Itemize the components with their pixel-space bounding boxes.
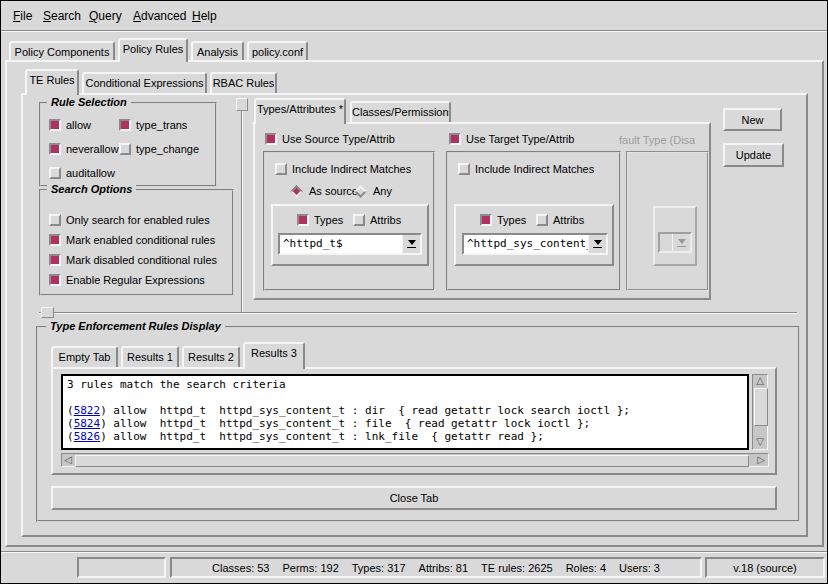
- menu-query[interactable]: Query: [89, 9, 122, 23]
- tab-conditional-expressions[interactable]: Conditional Expressions: [82, 72, 207, 93]
- tab-policy-components[interactable]: Policy Components: [9, 41, 115, 60]
- checkbox-type-change[interactable]: type_change: [119, 142, 199, 156]
- tab-policy-conf[interactable]: policy.conf: [247, 41, 308, 60]
- checkbox-type-trans[interactable]: type_trans: [119, 118, 187, 132]
- checkbox-auditallow[interactable]: auditallow: [49, 166, 115, 180]
- checkbox-target-attribs[interactable]: Attribs: [536, 213, 584, 227]
- checkbox-target-indirect[interactable]: Include Indirect Matches: [458, 162, 594, 176]
- checkbox-indicator: [480, 214, 492, 226]
- rule-number-link[interactable]: 5824: [74, 417, 101, 430]
- new-button[interactable]: New: [723, 108, 782, 131]
- te-rules-display-title: Type Enforcement Rules Display: [46, 320, 225, 332]
- update-button[interactable]: Update: [723, 143, 784, 167]
- radio-indicator: [354, 185, 367, 198]
- status-cell-empty: [77, 557, 166, 578]
- stat-te-rules: TE rules: 2625: [481, 562, 553, 574]
- scroll-down-icon[interactable]: ▽: [754, 436, 766, 448]
- dropdown-arrow-icon[interactable]: [588, 235, 606, 253]
- checkbox-indicator: [275, 163, 287, 175]
- rule-text: allow httpd_t httpd_sys_content_t : file…: [107, 417, 590, 430]
- radio-label: Any: [373, 185, 392, 197]
- scrollbar-thumb[interactable]: [75, 455, 749, 467]
- checkbox-label: Attribs: [553, 214, 584, 226]
- checkbox-indicator: [536, 214, 548, 226]
- close-tab-button[interactable]: Close Tab: [51, 486, 777, 510]
- checkbox-neverallow[interactable]: neverallow: [49, 142, 119, 156]
- checkbox-only-enabled[interactable]: Only search for enabled rules: [49, 213, 210, 227]
- checkbox-enable-regex[interactable]: Enable Regular Expressions: [49, 273, 205, 287]
- menu-help[interactable]: Help: [192, 9, 217, 23]
- checkbox-label: type_trans: [136, 119, 187, 131]
- rule-line: (5822) allow httpd_t httpd_sys_content_t…: [67, 404, 743, 417]
- checkbox-label: Attribs: [370, 214, 401, 226]
- tab-empty-tab[interactable]: Empty Tab: [51, 346, 118, 367]
- checkbox-label: Enable Regular Expressions: [66, 274, 205, 286]
- radio-label: As source: [309, 185, 358, 197]
- results-summary: 3 rules match the search criteria: [67, 378, 743, 391]
- stat-attribs: Attribs: 81: [419, 562, 469, 574]
- checkbox-use-source[interactable]: Use Source Type/Attrib: [265, 132, 395, 146]
- checkbox-label: Include Indirect Matches: [292, 163, 411, 175]
- checkbox-indicator: [49, 254, 61, 266]
- vertical-sash[interactable]: [241, 98, 243, 312]
- rule-number-link[interactable]: 5822: [74, 404, 101, 417]
- scrollbar-thumb[interactable]: [754, 388, 768, 426]
- scroll-left-icon[interactable]: ◁: [62, 454, 74, 465]
- rule-text: allow httpd_t httpd_sys_content_t : lnk_…: [107, 430, 544, 443]
- tab-analysis[interactable]: Analysis: [191, 41, 244, 60]
- checkbox-label: Only search for enabled rules: [66, 214, 210, 226]
- target-type-value: ^httpd_sys_content_t$: [464, 235, 588, 253]
- target-type-combobox[interactable]: ^httpd_sys_content_t$: [462, 233, 608, 255]
- tab-results-3[interactable]: Results 3: [243, 342, 305, 369]
- checkbox-label: type_change: [136, 143, 199, 155]
- rule-text: allow httpd_t httpd_sys_content_t : dir …: [107, 404, 630, 417]
- status-cell-stats: Classes: 53 Perms: 192 Types: 317 Attrib…: [170, 557, 702, 578]
- menu-search[interactable]: Search: [43, 9, 81, 23]
- results-vertical-scrollbar[interactable]: △ ▽: [752, 374, 768, 450]
- tab-te-rules[interactable]: TE Rules: [25, 69, 79, 95]
- checkbox-mark-disabled[interactable]: Mark disabled conditional rules: [49, 253, 217, 267]
- menu-file[interactable]: File: [13, 9, 32, 23]
- tab-classes-permissions[interactable]: Classes/Permissions: [350, 101, 451, 122]
- checkbox-use-target[interactable]: Use Target Type/Attrib: [449, 132, 574, 146]
- checkbox-label: neverallow: [66, 143, 119, 155]
- tab-results-1[interactable]: Results 1: [121, 346, 179, 367]
- results-text-area[interactable]: 3 rules match the search criteria (5822)…: [61, 374, 749, 450]
- source-type-combobox[interactable]: ^httpd_t$: [278, 233, 422, 255]
- radio-any[interactable]: Any: [353, 184, 392, 198]
- tab-types-attributes[interactable]: Types/Attributes *: [254, 98, 346, 124]
- menu-advanced[interactable]: Advanced: [133, 9, 186, 23]
- dropdown-arrow-icon[interactable]: [402, 235, 420, 253]
- source-type-value: ^httpd_t$: [280, 235, 402, 253]
- stat-types: Types: 317: [352, 562, 406, 574]
- checkbox-label: allow: [66, 119, 91, 131]
- checkbox-allow[interactable]: allow: [49, 118, 91, 132]
- radio-as-source[interactable]: As source: [289, 184, 358, 198]
- horizontal-sash-handle[interactable]: [41, 307, 54, 318]
- checkbox-indicator: [49, 143, 61, 155]
- dropdown-arrow-icon: [672, 234, 690, 251]
- horizontal-sash[interactable]: [39, 312, 797, 314]
- checkbox-label: Mark enabled conditional rules: [66, 234, 215, 246]
- checkbox-source-indirect[interactable]: Include Indirect Matches: [275, 162, 411, 176]
- vertical-sash-handle[interactable]: [236, 98, 248, 111]
- scroll-right-icon[interactable]: ▷: [755, 454, 767, 465]
- checkbox-source-attribs[interactable]: Attribs: [353, 213, 401, 227]
- statusbar-separator: [1, 551, 827, 553]
- stat-classes: Classes: 53: [212, 562, 269, 574]
- checkbox-indicator: [119, 119, 131, 131]
- checkbox-mark-enabled[interactable]: Mark enabled conditional rules: [49, 233, 215, 247]
- stat-perms: Perms: 192: [283, 562, 339, 574]
- results-horizontal-scrollbar[interactable]: ◁ ▷: [61, 453, 769, 467]
- scroll-up-icon[interactable]: △: [754, 375, 766, 387]
- checkbox-label: Use Source Type/Attrib: [282, 133, 395, 145]
- checkbox-indicator: [297, 214, 309, 226]
- default-type-label: fault Type (Disa: [619, 134, 708, 148]
- tab-rbac-rules[interactable]: RBAC Rules: [210, 72, 277, 93]
- checkbox-target-types[interactable]: Types: [480, 213, 526, 227]
- tab-results-2[interactable]: Results 2: [182, 346, 240, 367]
- rule-number-link[interactable]: 5826: [74, 430, 101, 443]
- apol-window: File Search Query Advanced Help Policy C…: [0, 0, 828, 584]
- checkbox-source-types[interactable]: Types: [297, 213, 343, 227]
- tab-policy-rules[interactable]: Policy Rules: [118, 38, 188, 62]
